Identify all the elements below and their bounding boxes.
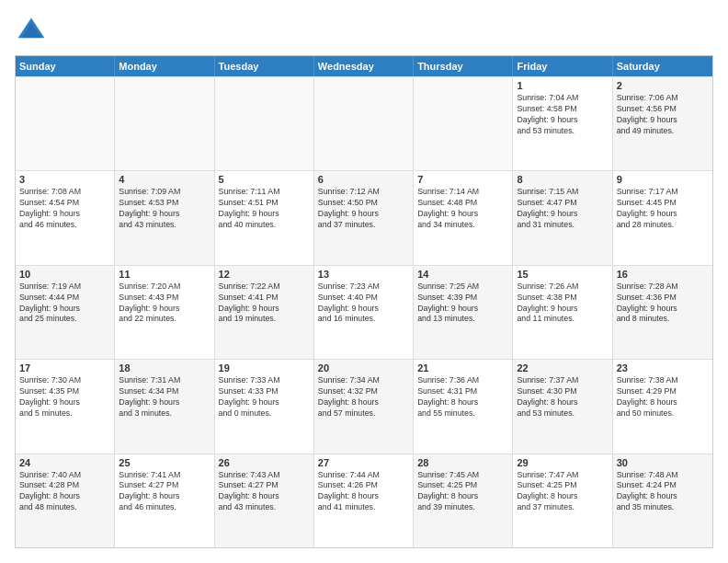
day-info: Sunrise: 7:06 AM Sunset: 4:56 PM Dayligh… <box>617 93 709 137</box>
day-info: Sunrise: 7:22 AM Sunset: 4:41 PM Dayligh… <box>219 282 310 326</box>
cal-cell: 2Sunrise: 7:06 AM Sunset: 4:56 PM Daylig… <box>613 77 712 170</box>
day-info: Sunrise: 7:25 AM Sunset: 4:39 PM Dayligh… <box>417 282 508 326</box>
cal-cell: 21Sunrise: 7:36 AM Sunset: 4:31 PM Dayli… <box>414 360 513 453</box>
cal-cell <box>115 77 214 170</box>
day-info: Sunrise: 7:34 AM Sunset: 4:32 PM Dayligh… <box>318 375 409 419</box>
logo-icon <box>15 15 48 48</box>
weekday-header-wednesday: Wednesday <box>314 56 414 76</box>
cal-cell <box>314 77 414 170</box>
day-number: 30 <box>617 457 709 468</box>
day-number: 5 <box>219 174 310 185</box>
week-row-5: 24Sunrise: 7:40 AM Sunset: 4:28 PM Dayli… <box>16 454 712 547</box>
weekday-header-tuesday: Tuesday <box>215 56 314 76</box>
day-info: Sunrise: 7:17 AM Sunset: 4:45 PM Dayligh… <box>617 187 709 231</box>
cal-cell: 30Sunrise: 7:48 AM Sunset: 4:24 PM Dayli… <box>613 454 712 547</box>
day-number: 11 <box>119 269 210 280</box>
day-info: Sunrise: 7:36 AM Sunset: 4:31 PM Dayligh… <box>417 375 508 419</box>
day-number: 14 <box>417 269 508 280</box>
day-info: Sunrise: 7:30 AM Sunset: 4:35 PM Dayligh… <box>19 375 110 419</box>
cal-cell: 8Sunrise: 7:15 AM Sunset: 4:47 PM Daylig… <box>513 171 612 264</box>
cal-cell: 14Sunrise: 7:25 AM Sunset: 4:39 PM Dayli… <box>414 266 513 359</box>
cal-cell: 24Sunrise: 7:40 AM Sunset: 4:28 PM Dayli… <box>16 454 115 547</box>
cal-cell <box>414 77 513 170</box>
day-number: 20 <box>318 362 409 373</box>
day-number: 18 <box>119 362 210 373</box>
day-info: Sunrise: 7:04 AM Sunset: 4:58 PM Dayligh… <box>517 93 608 137</box>
day-info: Sunrise: 7:47 AM Sunset: 4:25 PM Dayligh… <box>517 470 608 514</box>
cal-cell: 23Sunrise: 7:38 AM Sunset: 4:29 PM Dayli… <box>613 360 712 453</box>
day-info: Sunrise: 7:44 AM Sunset: 4:26 PM Dayligh… <box>318 470 409 514</box>
cal-cell: 17Sunrise: 7:30 AM Sunset: 4:35 PM Dayli… <box>16 360 115 453</box>
day-info: Sunrise: 7:23 AM Sunset: 4:40 PM Dayligh… <box>318 282 409 326</box>
cal-cell: 16Sunrise: 7:28 AM Sunset: 4:36 PM Dayli… <box>613 266 712 359</box>
cal-cell: 20Sunrise: 7:34 AM Sunset: 4:32 PM Dayli… <box>314 360 414 453</box>
week-row-4: 17Sunrise: 7:30 AM Sunset: 4:35 PM Dayli… <box>16 359 712 453</box>
calendar-body: 1Sunrise: 7:04 AM Sunset: 4:58 PM Daylig… <box>16 76 712 547</box>
day-info: Sunrise: 7:08 AM Sunset: 4:54 PM Dayligh… <box>19 187 110 231</box>
week-row-1: 1Sunrise: 7:04 AM Sunset: 4:58 PM Daylig… <box>16 76 712 170</box>
weekday-header-monday: Monday <box>115 56 214 76</box>
calendar-header: SundayMondayTuesdayWednesdayThursdayFrid… <box>16 56 712 76</box>
cal-cell: 7Sunrise: 7:14 AM Sunset: 4:48 PM Daylig… <box>414 171 513 264</box>
day-info: Sunrise: 7:09 AM Sunset: 4:53 PM Dayligh… <box>119 187 210 231</box>
cal-cell: 29Sunrise: 7:47 AM Sunset: 4:25 PM Dayli… <box>513 454 612 547</box>
day-number: 10 <box>19 269 110 280</box>
cal-cell: 6Sunrise: 7:12 AM Sunset: 4:50 PM Daylig… <box>314 171 414 264</box>
cal-cell: 18Sunrise: 7:31 AM Sunset: 4:34 PM Dayli… <box>115 360 214 453</box>
day-number: 29 <box>517 457 608 468</box>
day-number: 3 <box>19 174 110 185</box>
day-info: Sunrise: 7:43 AM Sunset: 4:27 PM Dayligh… <box>219 470 310 514</box>
day-number: 19 <box>219 362 310 373</box>
cal-cell: 22Sunrise: 7:37 AM Sunset: 4:30 PM Dayli… <box>513 360 612 453</box>
cal-cell: 26Sunrise: 7:43 AM Sunset: 4:27 PM Dayli… <box>215 454 314 547</box>
cal-cell: 5Sunrise: 7:11 AM Sunset: 4:51 PM Daylig… <box>215 171 314 264</box>
day-number: 12 <box>219 269 310 280</box>
day-number: 4 <box>119 174 210 185</box>
day-number: 24 <box>19 457 110 468</box>
day-number: 2 <box>617 80 709 91</box>
cal-cell: 28Sunrise: 7:45 AM Sunset: 4:25 PM Dayli… <box>414 454 513 547</box>
day-number: 23 <box>617 362 709 373</box>
day-number: 22 <box>517 362 608 373</box>
week-row-3: 10Sunrise: 7:19 AM Sunset: 4:44 PM Dayli… <box>16 265 712 359</box>
header <box>15 15 713 48</box>
cal-cell: 27Sunrise: 7:44 AM Sunset: 4:26 PM Dayli… <box>314 454 414 547</box>
logo <box>15 15 51 48</box>
week-row-2: 3Sunrise: 7:08 AM Sunset: 4:54 PM Daylig… <box>16 170 712 264</box>
day-number: 26 <box>219 457 310 468</box>
cal-cell: 19Sunrise: 7:33 AM Sunset: 4:33 PM Dayli… <box>215 360 314 453</box>
day-info: Sunrise: 7:28 AM Sunset: 4:36 PM Dayligh… <box>617 282 709 326</box>
cal-cell: 13Sunrise: 7:23 AM Sunset: 4:40 PM Dayli… <box>314 266 414 359</box>
cal-cell: 10Sunrise: 7:19 AM Sunset: 4:44 PM Dayli… <box>16 266 115 359</box>
day-info: Sunrise: 7:19 AM Sunset: 4:44 PM Dayligh… <box>19 282 110 326</box>
page: SundayMondayTuesdayWednesdayThursdayFrid… <box>0 0 728 563</box>
day-number: 21 <box>417 362 508 373</box>
day-info: Sunrise: 7:15 AM Sunset: 4:47 PM Dayligh… <box>517 187 608 231</box>
cal-cell <box>16 77 115 170</box>
day-info: Sunrise: 7:37 AM Sunset: 4:30 PM Dayligh… <box>517 375 608 419</box>
day-number: 16 <box>617 269 709 280</box>
weekday-header-saturday: Saturday <box>613 56 712 76</box>
weekday-header-sunday: Sunday <box>16 56 115 76</box>
cal-cell: 3Sunrise: 7:08 AM Sunset: 4:54 PM Daylig… <box>16 171 115 264</box>
day-info: Sunrise: 7:31 AM Sunset: 4:34 PM Dayligh… <box>119 375 210 419</box>
day-info: Sunrise: 7:11 AM Sunset: 4:51 PM Dayligh… <box>219 187 310 231</box>
day-info: Sunrise: 7:20 AM Sunset: 4:43 PM Dayligh… <box>119 282 210 326</box>
day-info: Sunrise: 7:41 AM Sunset: 4:27 PM Dayligh… <box>119 470 210 514</box>
day-number: 6 <box>318 174 409 185</box>
cal-cell: 25Sunrise: 7:41 AM Sunset: 4:27 PM Dayli… <box>115 454 214 547</box>
day-info: Sunrise: 7:26 AM Sunset: 4:38 PM Dayligh… <box>517 282 608 326</box>
day-number: 28 <box>417 457 508 468</box>
day-number: 17 <box>19 362 110 373</box>
day-info: Sunrise: 7:40 AM Sunset: 4:28 PM Dayligh… <box>19 470 110 514</box>
day-number: 9 <box>617 174 709 185</box>
calendar: SundayMondayTuesdayWednesdayThursdayFrid… <box>15 55 713 548</box>
cal-cell: 1Sunrise: 7:04 AM Sunset: 4:58 PM Daylig… <box>513 77 612 170</box>
day-number: 8 <box>517 174 608 185</box>
day-number: 27 <box>318 457 409 468</box>
cal-cell: 9Sunrise: 7:17 AM Sunset: 4:45 PM Daylig… <box>613 171 712 264</box>
day-number: 15 <box>517 269 608 280</box>
day-info: Sunrise: 7:45 AM Sunset: 4:25 PM Dayligh… <box>417 470 508 514</box>
day-number: 25 <box>119 457 210 468</box>
day-info: Sunrise: 7:48 AM Sunset: 4:24 PM Dayligh… <box>617 470 709 514</box>
